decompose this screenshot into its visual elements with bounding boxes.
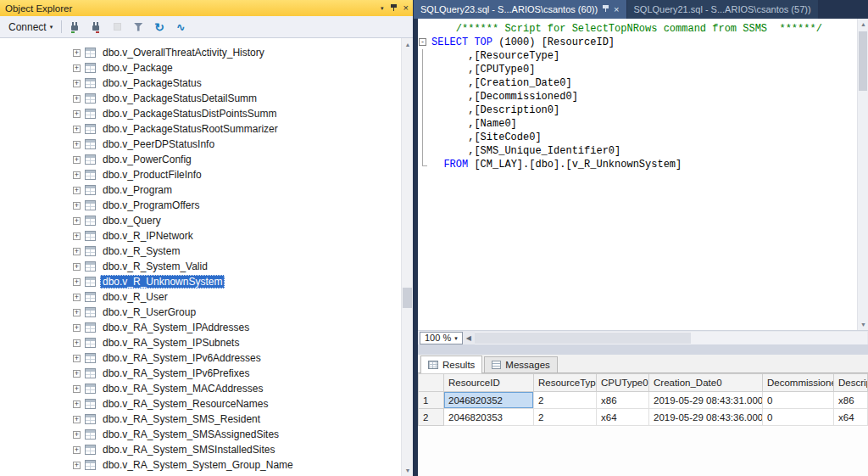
tree-item[interactable]: +dbo.v_R_User — [73, 289, 401, 305]
grid-cell[interactable]: x86 — [597, 392, 649, 409]
tree-item[interactable]: +dbo.v_R_System_Valid — [73, 259, 401, 274]
grid-column-header[interactable]: Decommissioned0 — [763, 374, 834, 392]
tree-item[interactable]: +dbo.v_OverallThreatActivity_History — [73, 45, 401, 60]
scroll-up-icon[interactable]: ▲ — [402, 38, 413, 50]
grid-cell[interactable]: 2 — [534, 392, 597, 409]
expand-icon[interactable]: + — [73, 171, 81, 179]
grid-row-header[interactable]: 2 — [419, 409, 444, 426]
tree-item[interactable]: +dbo.v_PackageStatusDistPointsSumm — [73, 106, 401, 121]
grid-column-header[interactable]: Creation_Date0 — [649, 374, 763, 392]
expand-icon[interactable]: + — [73, 202, 81, 210]
expand-icon[interactable]: + — [73, 141, 81, 148]
close-icon[interactable]: × — [614, 4, 619, 14]
expand-icon[interactable]: + — [73, 232, 81, 240]
tree-item[interactable]: +dbo.v_RA_System_SMSAssignedSites — [73, 427, 401, 442]
expand-icon[interactable]: + — [73, 187, 81, 194]
grid-cell[interactable]: 2046820353 — [444, 409, 534, 426]
scrollbar-thumb[interactable] — [403, 288, 412, 308]
expand-icon[interactable]: + — [73, 370, 81, 378]
grid-column-header[interactable]: ResourceID — [444, 374, 534, 392]
grid-cell[interactable]: 0 — [763, 409, 834, 426]
grid-cell[interactable]: x64 — [834, 409, 868, 426]
tree-item[interactable]: +dbo.v_ProgramOffers — [73, 198, 401, 213]
tree-item[interactable]: +dbo.v_Package — [73, 60, 401, 76]
window-position-icon[interactable]: ▾ — [381, 5, 384, 11]
pin-icon[interactable] — [391, 3, 397, 14]
expand-icon[interactable]: + — [73, 217, 81, 225]
connect-button[interactable]: Connect ▾ — [6, 20, 55, 35]
scroll-down-icon[interactable]: ▼ — [402, 464, 413, 476]
pin-icon[interactable] — [603, 4, 609, 14]
tree-item[interactable]: +dbo.v_RA_System_SMSInstalledSites — [73, 442, 401, 457]
results-tab-results[interactable]: Results — [420, 356, 482, 373]
tree-item[interactable]: +dbo.v_PackageStatusDetailSumm — [73, 91, 401, 106]
tree-item[interactable]: +dbo.v_R_UserGroup — [73, 305, 401, 320]
expand-icon[interactable]: + — [73, 49, 81, 57]
scrollbar-thumb[interactable] — [475, 333, 691, 344]
expand-icon[interactable]: + — [73, 446, 81, 454]
grid-cell[interactable]: 2019-05-29 08:43:36.000 — [649, 409, 763, 426]
refresh-icon[interactable]: ↻ — [153, 20, 166, 34]
activity-monitor-icon[interactable]: ∿ — [174, 20, 187, 34]
expand-icon[interactable]: + — [73, 355, 81, 362]
tree-item[interactable]: +dbo.v_PackageStatusRootSummarizer — [73, 121, 401, 137]
close-icon[interactable]: × — [403, 3, 409, 13]
zoom-control[interactable]: 100 % ▾ — [420, 332, 463, 344]
grid-cell[interactable]: x64 — [597, 409, 649, 426]
connect-icon[interactable] — [68, 20, 81, 34]
document-tab[interactable]: SQLQuery23.sql - S...ARIOS\csantos (60))… — [414, 0, 626, 19]
expand-icon[interactable]: + — [73, 294, 81, 301]
expand-icon[interactable]: + — [73, 431, 81, 439]
expand-icon[interactable]: + — [73, 324, 81, 332]
tree-item[interactable]: +dbo.v_RA_System_ResourceNames — [73, 396, 401, 412]
tree-item[interactable]: +dbo.v_R_UnknownSystem — [73, 274, 401, 289]
expand-icon[interactable]: + — [73, 309, 81, 316]
sql-editor[interactable]: /****** Script for SelectTopNRows comman… — [418, 19, 868, 330]
tree-scrollbar[interactable]: ▲ ▼ — [401, 38, 413, 476]
grid-cell[interactable]: 2046820352 — [444, 392, 534, 409]
stop-icon[interactable] — [110, 20, 124, 34]
results-tab-messages[interactable]: Messages — [484, 356, 557, 372]
tree-item[interactable]: +dbo.v_PowerConfig — [73, 152, 401, 167]
tree-item[interactable]: +dbo.v_RA_System_SMS_Resident — [73, 412, 401, 427]
grid-cell[interactable]: 2019-05-29 08:43:31.000 — [649, 392, 763, 409]
expand-icon[interactable]: + — [73, 248, 81, 255]
expand-icon[interactable]: + — [73, 263, 81, 271]
scrollbar-thumb[interactable] — [859, 31, 867, 91]
editor-hscrollbar[interactable] — [475, 332, 867, 344]
grid-cell[interactable]: 0 — [763, 392, 834, 409]
tree-item[interactable]: +dbo.v_Program — [73, 182, 401, 198]
tree-item[interactable]: +dbo.v_RA_System_IPv6Addresses — [73, 350, 401, 366]
tree-item[interactable]: +dbo.v_PackageStatus — [73, 76, 401, 91]
tree-item[interactable]: +dbo.v_R_System — [73, 244, 401, 259]
grid-cell[interactable]: 2 — [534, 409, 597, 426]
expand-icon[interactable]: + — [73, 278, 81, 286]
code-area[interactable]: /****** Script for SelectTopNRows comman… — [418, 19, 857, 330]
scroll-down-icon[interactable]: ▼ — [858, 319, 868, 330]
expand-icon[interactable]: + — [73, 416, 81, 423]
expand-icon[interactable]: + — [73, 462, 81, 469]
object-explorer-titlebar[interactable]: Object Explorer ▾ × — [0, 0, 413, 16]
expand-icon[interactable]: + — [73, 95, 81, 103]
expand-icon[interactable]: + — [73, 339, 81, 347]
tree-item[interactable]: +dbo.v_R_IPNetwork — [73, 228, 401, 244]
disconnect-icon[interactable] — [89, 20, 103, 34]
fold-collapse-icon[interactable]: - — [419, 38, 426, 46]
grid-column-header[interactable] — [419, 374, 444, 392]
scroll-left-icon[interactable]: ◀ — [463, 334, 475, 342]
results-splitter[interactable] — [418, 344, 868, 355]
tree-item[interactable]: +dbo.v_RA_System_IPAddresses — [73, 320, 401, 335]
expand-icon[interactable]: + — [73, 80, 81, 87]
grid-column-header[interactable]: Description0 — [834, 374, 868, 392]
tree-item[interactable]: +dbo.v_RA_System_System_Group_Name — [73, 457, 401, 473]
expand-icon[interactable]: + — [73, 126, 81, 133]
expand-icon[interactable]: + — [73, 110, 81, 118]
scroll-up-icon[interactable]: ▲ — [858, 19, 868, 30]
expand-icon[interactable]: + — [73, 385, 81, 393]
grid-cell[interactable]: x86 — [834, 392, 868, 409]
grid-column-header[interactable]: ResourceType — [534, 374, 597, 392]
expand-icon[interactable]: + — [73, 400, 81, 408]
expand-icon[interactable]: + — [73, 64, 81, 72]
tree-item[interactable]: +dbo.v_PeerDPStatusInfo — [73, 137, 401, 152]
expand-icon[interactable]: + — [73, 156, 81, 164]
